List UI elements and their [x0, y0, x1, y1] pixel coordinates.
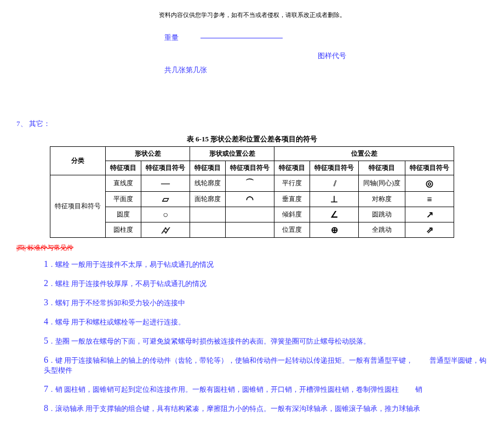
- col-item: 特征项目: [274, 161, 310, 175]
- table-row: 圆柱度 ⌭ 位置度 ⊕ 全跳动 ⇗: [50, 222, 454, 238]
- cell-symbol: ∠: [310, 207, 359, 222]
- col-item: 特征项目: [190, 161, 226, 175]
- cell-item: 面轮廓度: [190, 192, 226, 207]
- cell-symbol: ⌒: [226, 175, 274, 192]
- cell-item: [190, 207, 226, 222]
- list-item: 2．螺柱 用于连接件较厚厚，不易于钻成通孔的情况: [44, 278, 488, 289]
- cell-item: 对称度: [359, 192, 405, 207]
- list-item: 1．螺栓 一般用于连接件不太厚，易于钻成通孔的情况: [44, 259, 488, 270]
- cell-symbol: ◠: [226, 192, 274, 207]
- cell-symbol: ⊕: [310, 222, 359, 238]
- table-caption: 表 6-15 形状公差和位置公差各项目的符号: [16, 134, 488, 144]
- cell-item: 全跳动: [359, 222, 405, 238]
- cell-item: 圆柱度: [106, 222, 141, 238]
- table-row: 分类 形状公差 形状或位置公差 位置公差: [50, 147, 454, 161]
- cell-symbol: ○: [141, 207, 190, 222]
- cell-symbol: —: [141, 175, 190, 192]
- col-item-symbol: 特征项目符号: [141, 161, 190, 175]
- cell-symbol: ⊥: [310, 192, 359, 207]
- col-item: 特征项目: [359, 161, 405, 175]
- cell-symbol: [226, 222, 274, 238]
- cell-symbol: [226, 207, 274, 222]
- list-item: 4．螺母 用于和螺柱或螺栓等一起进行连接。: [44, 317, 488, 327]
- section-4-heading: |四| 标准件与常见件: [16, 243, 488, 253]
- cell-item: 倾斜度: [274, 207, 310, 222]
- tolerance-symbol-table: 分类 形状公差 形状或位置公差 位置公差 特征项目 特征项目符号 特征项目 特征…: [50, 146, 454, 238]
- cell-symbol: ◎: [405, 175, 454, 192]
- cell-symbol: //: [310, 175, 359, 192]
- header-copyright-note: 资料内容仅供您学习参考，如有不当或者侵权，请联系改正或者删除。: [16, 11, 488, 19]
- col-item-symbol: 特征项目符号: [405, 161, 454, 175]
- col-position-tolerance: 位置公差: [274, 147, 454, 161]
- list-item: 6．键 用于连接轴和轴上的轴上的传动件（齿轮，带轮等），使轴和传动件一起转动以传…: [44, 355, 488, 375]
- cell-item: 线轮廓度: [190, 175, 226, 192]
- col-shape-tolerance: 形状公差: [106, 147, 190, 161]
- section-7-heading: 7、 其它：: [16, 119, 488, 129]
- cell-item: 直线度: [106, 175, 141, 192]
- cell-symbol: ≡: [405, 192, 454, 207]
- weight-label: 重量: [164, 33, 179, 43]
- table-row: 特征项目 特征项目符号 特征项目 特征项目符号 特征项目 特征项目符号 特征项目…: [50, 161, 454, 175]
- cell-symbol: ⇗: [405, 222, 454, 238]
- table-row: 圆度 ○ 倾斜度 ∠ 圆跳动 ↗: [50, 207, 454, 222]
- cell-item: 垂直度: [274, 192, 310, 207]
- cell-symbol: ⌭: [141, 222, 190, 238]
- cell-item: [190, 222, 226, 238]
- col-item-symbol: 特征项目符号: [310, 161, 359, 175]
- cell-item: 位置度: [274, 222, 310, 238]
- cell-item: 同轴(同心)度: [359, 175, 405, 192]
- list-item: 5．垫圈 一般放在螺母的下面，可避免旋紧螺母时损伤被连接件的表面。弹簧垫圈可防止…: [44, 336, 488, 346]
- cell-symbol: ▱: [141, 192, 190, 207]
- table-row: 特征项目和符号 直线度 — 线轮廓度 ⌒ 平行度 // 同轴(同心)度 ◎: [50, 175, 454, 192]
- table-row: 平面度 ▱ 面轮廓度 ◠ 垂直度 ⊥ 对称度 ≡: [50, 192, 454, 207]
- col-category: 分类: [50, 147, 106, 175]
- title-block: 重量 图样代号 共几张第几张: [164, 33, 488, 75]
- col-item-symbol: 特征项目符号: [226, 161, 274, 175]
- row-group-label: 特征项目和符号: [50, 175, 106, 238]
- cell-item: 平面度: [106, 192, 141, 207]
- drawing-code-label: 图样代号: [318, 51, 488, 61]
- list-item: 3．螺钉 用于不经常拆卸和受力较小的连接中: [44, 298, 488, 308]
- weight-underline: [201, 38, 283, 38]
- standard-parts-list: 1．螺栓 一般用于连接件不太厚，易于钻成通孔的情况 2．螺柱 用于连接件较厚厚，…: [44, 259, 488, 414]
- cell-symbol: ↗: [405, 207, 454, 222]
- list-item: 7．销 圆柱销，圆锥销可起到定位和连接作用。一般有圆柱销，圆锥销，开口销，开槽弹…: [44, 384, 488, 395]
- sheets-label: 共几张第几张: [164, 65, 488, 75]
- cell-item: 平行度: [274, 175, 310, 192]
- col-item: 特征项目: [106, 161, 141, 175]
- col-shape-or-position: 形状或位置公差: [190, 147, 274, 161]
- cell-item: 圆跳动: [359, 207, 405, 222]
- cell-item: 圆度: [106, 207, 141, 222]
- list-item: 8．滚动轴承 用于支撑轴的组合键，具有结构紧凑，摩擦阻力小的特点。一般有深沟球轴…: [44, 403, 488, 414]
